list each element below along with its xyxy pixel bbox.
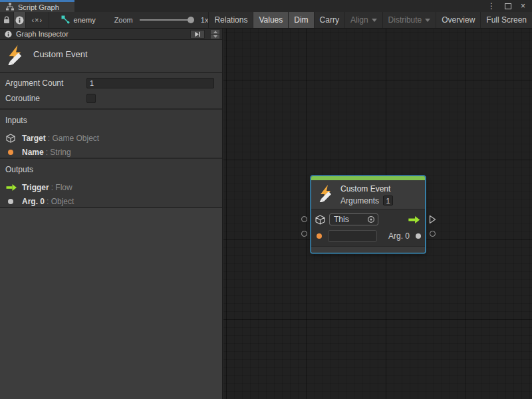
window-maximize-icon[interactable]	[505, 3, 511, 9]
node-header: Custom Event Arguments 1	[311, 180, 425, 209]
target-dropdown[interactable]: This	[329, 213, 378, 225]
value-port-gray-icon	[416, 233, 421, 239]
inspector-node-title: Custom Event	[33, 45, 88, 59]
port-name: Name	[22, 148, 44, 157]
dock-panel-icon[interactable]	[190, 30, 205, 39]
coroutine-checkbox[interactable]	[86, 94, 96, 103]
argument-count-label: Argument Count	[5, 78, 86, 88]
node-arguments-value[interactable]: 1	[383, 196, 393, 205]
graph-breadcrumb[interactable]: enemy	[61, 12, 96, 28]
toolbar-button-overview[interactable]: Overview	[436, 12, 480, 28]
toolbar-button-relations[interactable]: Relations	[208, 12, 253, 28]
tab-script-graph[interactable]: Script Graph	[0, 0, 74, 12]
flow-arrow-icon	[5, 184, 21, 192]
chevron-down-icon	[372, 19, 377, 22]
node-arguments-label: Arguments	[340, 196, 379, 205]
info-icon	[5, 31, 12, 38]
toolbar-button-distribute-label: Distribute	[388, 15, 422, 25]
output-row-trigger: Trigger : Flow	[5, 180, 217, 194]
inputs-title: Inputs	[5, 116, 217, 125]
event-name-input[interactable]	[328, 230, 377, 242]
graph-inspector-panel: Graph Inspector Custom Event Argument Co…	[0, 29, 223, 399]
window-tab-bar: Script Graph ⋮ ×	[0, 0, 532, 12]
toolbar-button-fullscreen[interactable]: Full Screen	[480, 12, 532, 28]
toolbar-button-align-label: Align	[350, 15, 368, 25]
port-name: Trigger	[22, 183, 49, 192]
outputs-section: Outputs Trigger : Flow Arg. 0 : Object	[0, 159, 222, 208]
input-row-target: Target : Game Object	[5, 131, 217, 145]
graph-breadcrumb-label: enemy	[74, 16, 96, 24]
toolbar-button-align[interactable]: Align	[344, 12, 382, 28]
port-type: : Flow	[51, 183, 72, 192]
scroll-down-button[interactable]	[211, 35, 219, 39]
output-row-arg0: Arg. 0 : Object	[5, 194, 217, 208]
zoom-slider-handle[interactable]	[188, 17, 194, 23]
toolbar-button-dim[interactable]: Dim	[288, 12, 313, 28]
info-icon	[15, 16, 24, 25]
value-port-orange-icon	[5, 150, 21, 155]
inspector-titlebar: Graph Inspector	[0, 29, 222, 40]
outputs-title: Outputs	[5, 165, 217, 174]
zoom-label: Zoom	[114, 16, 133, 24]
graph-breadcrumb-icon	[61, 15, 70, 25]
toolbar-button-values[interactable]: Values	[253, 12, 288, 28]
object-picker-icon[interactable]	[367, 215, 375, 223]
flow-arrow-icon	[408, 215, 421, 224]
inspector-title: Graph Inspector	[16, 30, 68, 38]
node-title: Custom Event	[340, 184, 393, 194]
tab-title: Script Graph	[18, 3, 59, 11]
external-port-right-2[interactable]	[430, 231, 436, 237]
scroll-up-button[interactable]	[211, 30, 219, 34]
inspector-fields-section: Argument Count Coroutine	[0, 73, 222, 110]
port-type: : String	[46, 148, 71, 157]
toolbar-button-carry[interactable]: Carry	[314, 12, 344, 28]
external-port-left-1[interactable]	[301, 216, 307, 222]
inputs-section: Inputs Target : Game Object Name : Strin…	[0, 110, 222, 159]
window-close-icon[interactable]: ×	[521, 1, 525, 11]
argument-count-input[interactable]	[86, 78, 214, 88]
game-object-cube-icon	[5, 134, 21, 143]
chevron-down-icon	[425, 19, 430, 22]
lock-icon[interactable]	[0, 12, 13, 28]
coroutine-label: Coroutine	[5, 94, 86, 103]
toolbar-button-distribute[interactable]: Distribute	[382, 12, 436, 28]
node-ports: This	[311, 209, 425, 247]
external-flow-port-right[interactable]	[429, 215, 436, 224]
custom-event-node[interactable]: Custom Event Arguments 1 This	[311, 176, 425, 253]
input-row-name: Name : String	[5, 145, 217, 159]
value-port-orange-icon	[317, 233, 322, 239]
graph-canvas[interactable]: Custom Event Arguments 1 This	[223, 29, 532, 399]
target-dropdown-value: This	[334, 215, 367, 224]
graph-hierarchy-icon	[6, 3, 14, 12]
zoom-slider[interactable]	[140, 19, 192, 21]
graph-toolbar: ‹×› enemy Zoom 1x Relations Values Dim C…	[0, 12, 532, 29]
custom-event-icon	[5, 45, 25, 68]
external-port-left-2[interactable]	[301, 231, 307, 237]
inspector-toggle-button[interactable]	[13, 12, 26, 28]
value-port-gray-icon	[5, 199, 21, 204]
port-type: : Game Object	[48, 134, 99, 143]
port-name: Arg. 0	[22, 197, 45, 206]
inspector-empty-area	[0, 208, 222, 399]
code-view-icon[interactable]: ‹×›	[26, 12, 49, 28]
window-menu-icon[interactable]: ⋮	[487, 1, 495, 11]
node-footer	[311, 247, 425, 253]
inspector-header-section: Custom Event	[0, 40, 222, 73]
game-object-cube-icon	[315, 215, 325, 225]
arg0-label: Arg. 0	[388, 231, 410, 241]
port-type: : Object	[47, 197, 74, 206]
custom-event-icon	[317, 185, 334, 205]
zoom-value: 1x	[201, 16, 209, 24]
port-name: Target	[22, 134, 46, 143]
